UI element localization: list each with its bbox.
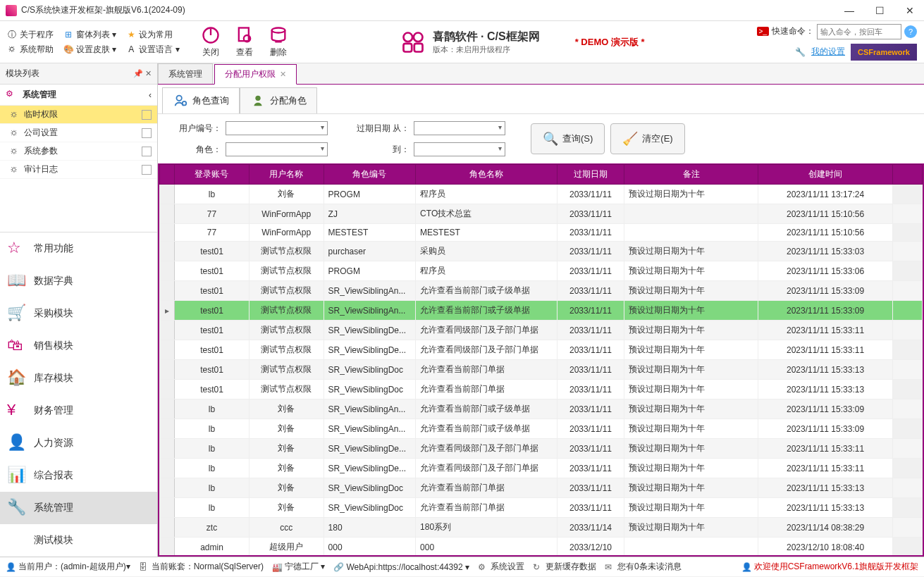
delete-action-button[interactable]: 删除 xyxy=(269,25,288,58)
table-row[interactable]: test01测试节点权限PROGM程序员2033/11/11预设过期日期为十年2… xyxy=(160,261,923,281)
eraser-icon: 🧹 xyxy=(622,131,638,147)
tab-system-admin[interactable]: 系统管理 xyxy=(158,63,213,84)
current-user[interactable]: 👤当前用户：(admin-超级用户)▾ xyxy=(6,561,130,573)
view-action-button[interactable]: 查看 xyxy=(235,25,254,58)
refresh-cache-link[interactable]: ↻更新缓存数据 xyxy=(533,561,596,573)
close-action-button[interactable]: 关闭 xyxy=(201,25,221,58)
link-icon: 🔗 xyxy=(333,562,343,572)
close-tab-icon[interactable]: ✕ xyxy=(280,70,286,79)
help-link[interactable]: ⛭系统帮助 xyxy=(7,44,54,56)
item-icon: ⛭ xyxy=(10,110,20,120)
item-icon: ⛭ xyxy=(10,165,20,175)
brand-subtitle: 版本：未启用升级程序 xyxy=(433,44,540,55)
table-row[interactable]: lb刘备SR_ViewSiblingDe...允许查看同级部门及子部门单据203… xyxy=(160,439,923,459)
nav-财务管理[interactable]: ¥财务管理 xyxy=(0,395,157,427)
table-row[interactable]: 77WinFormAppZJCTO技术总监2033/11/112023/11/1… xyxy=(160,204,923,224)
quick-command-input[interactable] xyxy=(817,24,901,39)
star-icon: ★ xyxy=(126,30,136,39)
close-button[interactable]: ✕ xyxy=(901,4,918,18)
table-row[interactable]: 77WinFormAppMESTESTMESTEST2033/11/112023… xyxy=(160,224,923,242)
table-row[interactable]: lb刘备SR_ViewSiblingDoc允许查看当前部门单据2033/11/1… xyxy=(160,498,923,518)
sys-settings-link[interactable]: ⚙系统设置 xyxy=(478,561,524,573)
table-row[interactable]: test01测试节点权限SR_ViewSiblingDe...允许查看同级部门及… xyxy=(160,321,923,340)
date-from-input[interactable] xyxy=(414,121,505,135)
sidebar-item-1[interactable]: ⛭公司设置 xyxy=(0,124,157,142)
language-link[interactable]: A设置语言 ▾ xyxy=(126,44,179,56)
checkbox[interactable] xyxy=(142,165,152,175)
svg-point-11 xyxy=(183,101,187,106)
sidebar-item-0[interactable]: ⛭临时权限 xyxy=(0,106,157,124)
nav-综合报表[interactable]: 📊综合报表 xyxy=(0,459,157,492)
language-icon: A xyxy=(126,44,136,54)
item-icon: ⛭ xyxy=(10,128,20,138)
table-row[interactable]: lb刘备SR_ViewSiblingAn...允许查看当前部门或子级单据2033… xyxy=(160,419,923,439)
nav-采购模块[interactable]: 🛒采购模块 xyxy=(0,297,157,330)
data-grid[interactable]: 登录账号用户名称角色编号角色名称过期日期备注创建时间lb刘备PROGM程序员20… xyxy=(158,164,924,557)
windows-list-link[interactable]: ⊞窗体列表 ▾ xyxy=(63,29,116,41)
clear-button[interactable]: 🧹 清空(E) xyxy=(610,123,684,154)
table-row[interactable]: admin超级用户0000002033/12/102023/12/10 18:0… xyxy=(160,538,923,557)
help-bubble-icon[interactable]: ? xyxy=(904,25,917,38)
nav-库存模块[interactable]: 🏠库存模块 xyxy=(0,362,157,395)
maximize-button[interactable]: ☐ xyxy=(871,4,889,18)
checkbox[interactable] xyxy=(142,110,152,120)
csframework-badge[interactable]: CSFramework xyxy=(851,44,917,61)
user-search-icon xyxy=(173,93,188,108)
role-label: 角色： xyxy=(172,144,221,156)
nav-人力资源[interactable]: 👤人力资源 xyxy=(0,427,157,459)
nav-常用功能[interactable]: ☆常用功能 xyxy=(0,232,157,265)
nav-icon: 🛍 xyxy=(7,336,27,356)
webapi-status[interactable]: 🔗WebApi:https://localhost:44392 ▾ xyxy=(333,562,469,572)
table-row[interactable]: lb刘备PROGM程序员2033/11/11预设过期日期为十年2023/11/1… xyxy=(160,185,923,204)
date-to-input[interactable] xyxy=(414,142,505,156)
sidebar-section-sysadmin[interactable]: ⚙ 系统管理 ‹ xyxy=(0,85,157,106)
subtab-role-query[interactable]: 角色查询 xyxy=(162,87,240,113)
about-link[interactable]: ⓘ关于程序 xyxy=(7,29,54,41)
tab-assign-permission[interactable]: 分配用户权限✕ xyxy=(214,64,297,85)
my-settings-link[interactable]: 我的设置 xyxy=(811,46,845,58)
nav-icon: 🔧 xyxy=(7,498,27,518)
sidebar-item-2[interactable]: ⛭系统参数 xyxy=(0,142,157,161)
table-row[interactable]: test01测试节点权限SR_ViewSiblingDoc允许查看当前部门单据2… xyxy=(160,360,923,380)
table-row[interactable]: test01测试节点权限purchaser采购员2033/11/11预设过期日期… xyxy=(160,242,923,261)
nav-测试模块[interactable]: 测试模块 xyxy=(0,524,157,557)
table-row[interactable]: test01测试节点权限SR_ViewSiblingDoc允许查看当前部门单据2… xyxy=(160,380,923,399)
svg-point-7 xyxy=(414,32,423,42)
role-combo[interactable] xyxy=(226,142,328,156)
table-row[interactable]: ztcccc180180系列2033/11/14预设过期日期为十年2023/11… xyxy=(160,518,923,538)
pin-icon[interactable]: 📌 ✕ xyxy=(133,69,152,78)
table-row[interactable]: lb刘备SR_ViewSiblingAn...允许查看当前部门或子级单据2033… xyxy=(160,399,923,419)
sidebar-item-3[interactable]: ⛭审计日志 xyxy=(0,161,157,179)
demo-badge: * DEMO 演示版 * xyxy=(575,36,645,49)
windows-icon: ⊞ xyxy=(63,30,73,39)
user-icon: 👤 xyxy=(6,562,16,572)
skin-link[interactable]: 🎨设置皮肤 ▾ xyxy=(63,44,116,56)
table-row[interactable]: test01测试节点权限SR_ViewSiblingAn...允许查看当前部门或… xyxy=(160,301,923,321)
welcome-text: 👤欢迎使用CSFrameworkV6.1旗舰版开发框架 xyxy=(741,561,918,573)
nav-icon: 🏠 xyxy=(7,368,27,388)
subtab-assign-role[interactable]: 分配角色 xyxy=(240,87,317,113)
table-row[interactable]: lb刘备SR_ViewSiblingDe...允许查看同级部门及子部门单据203… xyxy=(160,459,923,478)
table-row[interactable]: test01测试节点权限SR_ViewSiblingAn...允许查看当前部门或… xyxy=(160,281,923,301)
svg-rect-9 xyxy=(414,43,422,51)
mail-icon: ✉ xyxy=(605,562,615,572)
minimize-button[interactable]: — xyxy=(840,4,858,18)
nav-销售模块[interactable]: 🛍销售模块 xyxy=(0,330,157,362)
factory-selector[interactable]: 🏭宁德工厂 ▾ xyxy=(272,561,325,573)
nav-数据字典[interactable]: 📖数据字典 xyxy=(0,265,157,297)
search-panel: 用户编号： 角色： 过期日期 从： 到： xyxy=(158,114,924,164)
checkbox[interactable] xyxy=(142,128,152,138)
nav-系统管理[interactable]: 🔧系统管理 xyxy=(0,492,157,524)
set-common-link[interactable]: ★设为常用 xyxy=(126,29,173,41)
unread-messages[interactable]: ✉您有0条未读消息 xyxy=(605,561,682,573)
user-no-combo[interactable] xyxy=(226,121,328,135)
power-icon xyxy=(201,25,221,45)
table-row[interactable]: lb刘备SR_ViewSiblingDoc允许查看当前部门单据2033/11/1… xyxy=(160,478,923,498)
search-icon: 🔍 xyxy=(543,131,558,147)
table-row[interactable]: test01测试节点权限SR_ViewSiblingDe...允许查看同级部门及… xyxy=(160,340,923,360)
checkbox[interactable] xyxy=(142,147,152,156)
wrench-icon: 🔧 xyxy=(795,47,806,57)
content-area: 系统管理 分配用户权限✕ 角色查询 分配角色 用户编号： 角色： xyxy=(158,63,924,557)
query-button[interactable]: 🔍 查询(S) xyxy=(531,123,605,154)
titlebar: C/S系统快速开发框架-旗舰版V6.1(2024-09) — ☐ ✕ xyxy=(0,0,924,21)
